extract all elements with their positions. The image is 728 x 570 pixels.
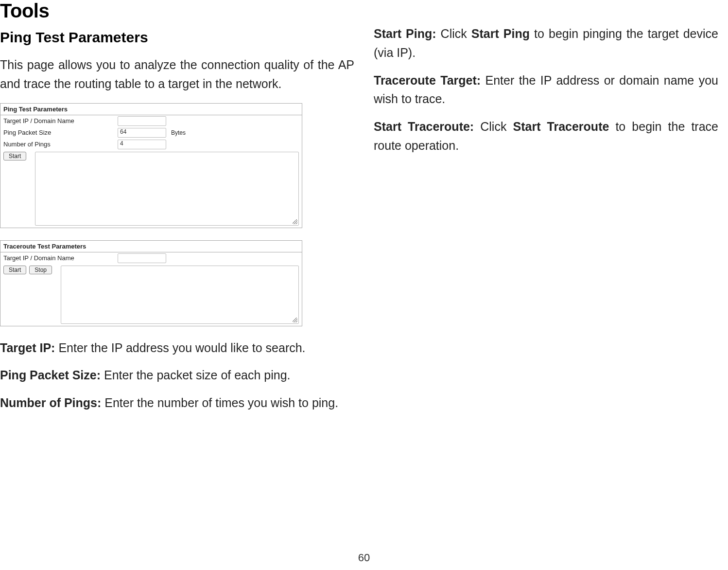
- traceroute-panel: Traceroute Test Parameters Target IP / D…: [0, 240, 302, 326]
- page-title: Tools: [0, 0, 354, 22]
- defn-num-pings: Number of Pings: Enter the number of tim…: [0, 393, 354, 412]
- resize-grip-icon[interactable]: [293, 318, 297, 322]
- ping-packet-row: Ping Packet Size 64 Bytes: [0, 127, 302, 139]
- defn-traceroute-target: Traceroute Target: Enter the IP address …: [374, 71, 718, 109]
- section-title-ping: Ping Test Parameters: [0, 29, 354, 46]
- defn-start-tr-text-a: Click: [474, 120, 513, 133]
- defn-tr-target-term: Traceroute Target:: [374, 73, 481, 87]
- traceroute-target-label: Target IP / Domain Name: [3, 254, 118, 262]
- defn-num-pings-term: Number of Pings:: [0, 396, 101, 410]
- traceroute-panel-title: Traceroute Test Parameters: [0, 241, 302, 252]
- defn-start-ping-bold: Start Ping: [471, 27, 530, 40]
- defn-packet-size-text: Enter the packet size of each ping.: [101, 368, 291, 382]
- traceroute-buttons-row: Start Stop: [0, 264, 302, 324]
- ping-target-input[interactable]: [118, 116, 166, 126]
- ping-num-row: Number of Pings 4: [0, 139, 302, 150]
- traceroute-target-row: Target IP / Domain Name: [0, 252, 302, 264]
- defn-num-pings-text: Enter the number of times you wish to pi…: [101, 396, 338, 410]
- ping-packet-unit: Bytes: [171, 129, 186, 136]
- ping-output-textarea[interactable]: [35, 152, 299, 226]
- defn-start-traceroute: Start Traceroute: Click Start Traceroute…: [374, 117, 718, 155]
- ping-panel-title: Ping Test Parameters: [0, 104, 302, 115]
- intro-paragraph: This page allows you to analyze the conn…: [0, 55, 354, 93]
- defn-start-ping: Start Ping: Click Start Ping to begin pi…: [374, 24, 718, 62]
- ping-start-button[interactable]: Start: [3, 152, 26, 160]
- defn-target-ip-text: Enter the IP address you would like to s…: [55, 341, 305, 355]
- defn-packet-size: Ping Packet Size: Enter the packet size …: [0, 366, 354, 385]
- resize-grip-icon[interactable]: [293, 219, 297, 224]
- ping-target-row: Target IP / Domain Name: [0, 115, 302, 127]
- traceroute-output-textarea[interactable]: [61, 266, 299, 324]
- ping-target-label: Target IP / Domain Name: [3, 117, 118, 125]
- defn-target-ip: Target IP: Enter the IP address you woul…: [0, 338, 354, 357]
- defn-start-tr-bold: Start Traceroute: [513, 120, 609, 133]
- traceroute-target-input[interactable]: [118, 253, 166, 263]
- defn-start-ping-term: Start Ping:: [374, 27, 436, 40]
- defn-start-tr-term: Start Traceroute:: [374, 120, 474, 133]
- traceroute-stop-button[interactable]: Stop: [29, 266, 52, 274]
- ping-test-panel: Ping Test Parameters Target IP / Domain …: [0, 103, 302, 228]
- ping-start-row: Start: [0, 150, 302, 226]
- ping-packet-label: Ping Packet Size: [3, 129, 118, 136]
- ping-num-input[interactable]: 4: [118, 140, 166, 149]
- ping-packet-input[interactable]: 64: [118, 128, 166, 138]
- defn-start-ping-text-a: Click: [436, 27, 471, 40]
- defn-target-ip-term: Target IP:: [0, 341, 55, 355]
- defn-packet-size-term: Ping Packet Size:: [0, 368, 101, 382]
- traceroute-start-button[interactable]: Start: [3, 266, 26, 274]
- page-number: 60: [0, 552, 728, 564]
- ping-num-label: Number of Pings: [3, 141, 118, 148]
